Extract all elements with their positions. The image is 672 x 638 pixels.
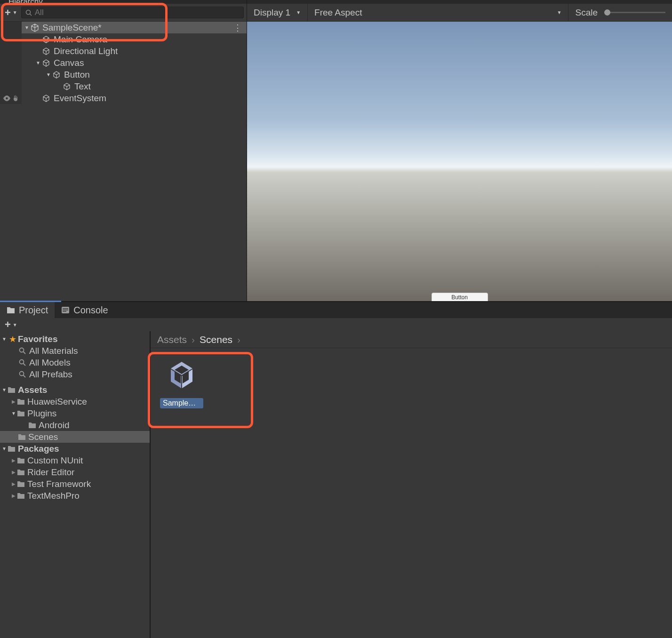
expand-arrow-icon[interactable]: ▼ xyxy=(24,25,30,30)
game-view[interactable]: Button xyxy=(247,22,672,301)
project-tree: ▼ ★ Favorites All Materials All Models xyxy=(0,331,151,638)
svg-point-0 xyxy=(26,10,30,14)
package-rider-editor[interactable]: ▶ Rider Editor xyxy=(0,466,150,478)
hierarchy-tree: ▼ SampleScene* ⋮ Main Camera xyxy=(0,22,247,301)
folder-label: TextMeshPro xyxy=(27,491,80,501)
scene-row[interactable]: ▼ SampleScene* ⋮ xyxy=(22,22,247,33)
breadcrumb-scenes[interactable]: Scenes xyxy=(200,334,232,345)
svg-point-7 xyxy=(20,348,24,352)
gameobject-label: Canvas xyxy=(54,58,84,68)
favorite-label: All Prefabs xyxy=(29,369,72,380)
package-custom-nunit[interactable]: ▶ Custom NUnit xyxy=(0,455,150,466)
expand-arrow-icon[interactable]: ▼ xyxy=(1,387,8,392)
folder-android[interactable]: Android xyxy=(0,419,150,431)
expand-arrow-icon[interactable]: ▼ xyxy=(35,60,41,65)
search-icon xyxy=(25,9,32,16)
gameobject-eventsystem[interactable]: EventSystem xyxy=(22,92,247,104)
gameobject-button[interactable]: ▼ Button xyxy=(22,69,247,80)
folder-label: HuaweiService xyxy=(27,397,87,407)
slider-thumb[interactable] xyxy=(604,9,610,16)
breadcrumb-assets[interactable]: Assets xyxy=(157,334,187,345)
game-ui-button-label: Button xyxy=(451,294,468,301)
hierarchy-search-input[interactable] xyxy=(35,8,240,17)
game-ui-button: Button xyxy=(432,293,488,301)
hierarchy-gutter xyxy=(0,80,22,92)
gameobject-directional-light[interactable]: Directional Light xyxy=(22,45,247,57)
more-options-button[interactable]: ⋮ xyxy=(233,23,242,33)
svg-line-12 xyxy=(24,375,26,378)
hierarchy-gutter xyxy=(0,57,22,69)
packages-header[interactable]: ▼ Packages xyxy=(0,443,150,455)
package-test-framework[interactable]: ▶ Test Framework xyxy=(0,478,150,490)
expand-arrow-icon[interactable]: ▶ xyxy=(10,481,17,486)
game-tabs xyxy=(247,0,672,4)
expand-arrow-icon[interactable]: ▼ xyxy=(1,336,8,342)
svg-rect-6 xyxy=(63,311,66,312)
chevron-right-icon: › xyxy=(237,334,240,345)
folder-huaweiservice[interactable]: ▶ HuaweiService xyxy=(0,396,150,407)
gameobject-icon xyxy=(41,35,51,44)
hierarchy-gutter xyxy=(0,45,22,57)
gameobject-icon xyxy=(62,82,72,91)
package-textmeshpro[interactable]: ▶ TextMeshPro xyxy=(0,490,150,502)
expand-arrow-icon[interactable]: ▼ xyxy=(10,411,17,416)
project-tab-label: Project xyxy=(19,305,48,316)
console-tab-label: Console xyxy=(73,305,108,316)
aspect-value: Free Aspect xyxy=(314,8,362,18)
folder-plugins[interactable]: ▼ Plugins xyxy=(0,407,150,419)
create-button[interactable]: + ▼ xyxy=(3,6,19,20)
expand-arrow-icon[interactable]: ▶ xyxy=(10,458,17,463)
svg-line-10 xyxy=(24,364,26,366)
active-tab-accent xyxy=(0,301,61,302)
folder-label: Rider Editor xyxy=(27,467,74,478)
favorite-all-models[interactable]: All Models xyxy=(0,357,150,368)
console-tab[interactable]: Console xyxy=(55,302,114,318)
svg-point-9 xyxy=(20,360,24,364)
gameobject-icon xyxy=(52,70,61,80)
hierarchy-search[interactable] xyxy=(21,7,244,18)
favorite-label: All Models xyxy=(29,358,71,368)
folder-icon xyxy=(17,493,27,499)
assets-header[interactable]: ▼ Assets xyxy=(0,384,150,396)
gameobject-canvas[interactable]: ▼ Canvas xyxy=(22,57,247,69)
expand-arrow-icon[interactable]: ▶ xyxy=(10,470,17,475)
favorite-all-prefabs[interactable]: All Prefabs xyxy=(0,368,150,380)
search-icon xyxy=(19,347,29,354)
asset-label: SampleSc... xyxy=(160,398,203,408)
hierarchy-gutter xyxy=(0,33,22,45)
expand-arrow-icon[interactable]: ▶ xyxy=(10,493,17,498)
folder-scenes[interactable]: Scenes xyxy=(0,431,150,443)
gameobject-label: Button xyxy=(64,70,90,80)
favorite-all-materials[interactable]: All Materials xyxy=(0,345,150,357)
folder-icon xyxy=(17,481,27,487)
folder-icon xyxy=(18,434,28,440)
breadcrumb: Assets › Scenes › xyxy=(151,331,672,348)
folder-icon xyxy=(17,457,27,464)
chevron-down-icon: ▼ xyxy=(13,10,17,15)
gameobject-label: Main Camera xyxy=(54,34,107,45)
favorites-header[interactable]: ▼ ★ Favorites xyxy=(0,333,150,345)
expand-arrow-icon[interactable]: ▼ xyxy=(1,446,8,451)
folder-icon xyxy=(8,446,18,452)
expand-arrow-icon[interactable]: ▶ xyxy=(10,399,17,404)
hand-icon xyxy=(12,95,19,102)
scale-label: Scale xyxy=(568,8,604,18)
project-create-button[interactable]: + ▼ xyxy=(3,318,19,332)
svg-point-11 xyxy=(20,372,24,376)
project-tab[interactable]: Project xyxy=(0,302,55,318)
asset-grid: SampleSc... xyxy=(151,348,672,638)
asset-samplescene[interactable]: SampleSc... xyxy=(159,357,204,408)
gameobject-main-camera[interactable]: Main Camera xyxy=(22,33,247,45)
aspect-dropdown[interactable]: Free Aspect ▼ xyxy=(308,4,568,21)
expand-arrow-icon[interactable]: ▼ xyxy=(45,72,52,77)
folder-icon xyxy=(7,306,15,314)
unity-scene-icon xyxy=(30,23,40,32)
svg-rect-5 xyxy=(63,310,68,311)
chevron-right-icon: › xyxy=(192,334,195,345)
display-dropdown[interactable]: Display 1 ▼ xyxy=(247,4,308,21)
gameobject-text[interactable]: Text xyxy=(22,80,247,92)
gameobject-label: EventSystem xyxy=(54,93,106,104)
hierarchy-gutter xyxy=(0,92,22,104)
scale-slider[interactable] xyxy=(604,12,672,13)
unity-scene-icon xyxy=(160,357,203,395)
